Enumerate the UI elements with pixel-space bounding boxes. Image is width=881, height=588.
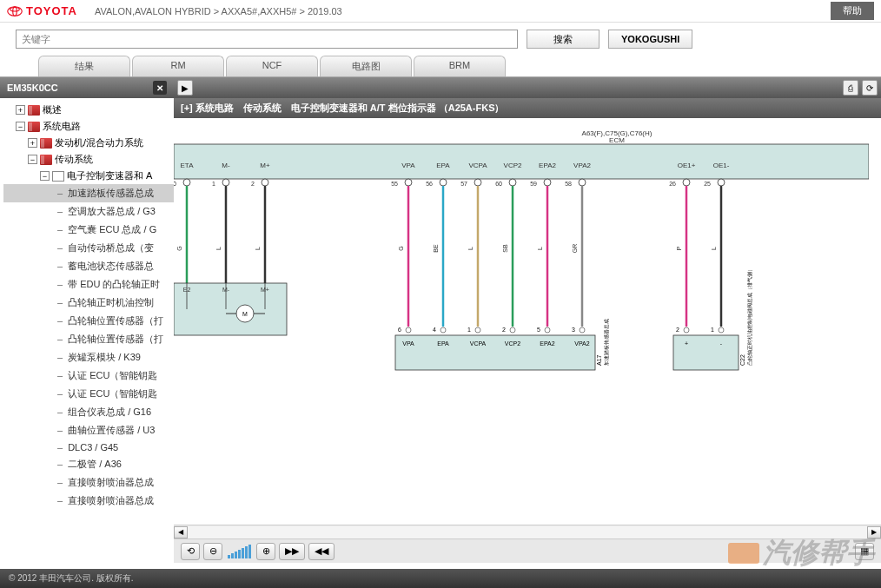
svg-text:BE: BE — [433, 244, 439, 253]
zoom-reset-button[interactable]: ⟲ — [181, 543, 200, 560]
search-button[interactable]: 搜索 — [527, 30, 599, 49]
svg-text:60: 60 — [495, 181, 502, 187]
search-input[interactable] — [16, 30, 518, 49]
svg-text:2: 2 — [251, 181, 255, 187]
book-icon — [28, 122, 40, 132]
zoom-level-indicator[interactable] — [228, 545, 251, 558]
svg-rect-61 — [174, 283, 287, 335]
tree-ect[interactable]: −电子控制变速器和 A — [3, 168, 174, 184]
svg-text:VCPA: VCPA — [470, 340, 487, 347]
svg-point-43 — [544, 179, 551, 186]
svg-text:VCP2: VCP2 — [504, 162, 522, 169]
svg-point-18 — [262, 179, 268, 186]
book-icon — [40, 155, 52, 165]
svg-text:EPA: EPA — [436, 162, 450, 169]
help-button[interactable]: 帮助 — [831, 2, 874, 20]
content-toolbar: ▶ ⎙ ⟳ — [174, 77, 881, 98]
brand-logo: TOYOTA — [7, 3, 77, 19]
svg-text:55: 55 — [391, 181, 398, 187]
svg-text:ECM: ECM — [609, 136, 625, 144]
tree-leaf[interactable]: 认证 ECU（智能钥匙 — [3, 385, 174, 403]
tab-rm[interactable]: RM — [132, 56, 224, 76]
tree-leaf[interactable]: 二极管 / A36 — [3, 455, 174, 473]
refresh-button[interactable]: ⟳ — [862, 80, 878, 96]
svg-text:L: L — [537, 247, 543, 250]
tree-leaf[interactable]: DLC3 / G45 — [3, 439, 174, 455]
tree-system-circuit[interactable]: −系统电路 — [3, 118, 174, 135]
tree-leaf[interactable]: 凸轮轴位置传感器（打 — [3, 330, 174, 348]
svg-text:26: 26 — [669, 181, 676, 187]
tree-leaf[interactable]: 带 EDU 的凸轮轴正时 — [3, 275, 174, 294]
svg-text:C22: C22 — [739, 354, 745, 366]
svg-point-48 — [579, 179, 586, 186]
svg-rect-72 — [395, 335, 595, 370]
svg-text:58: 58 — [565, 181, 572, 187]
svg-text:2: 2 — [676, 327, 679, 333]
tree-leaf[interactable]: 炭罐泵模块 / K39 — [3, 348, 174, 367]
yokogushi-button[interactable]: YOKOGUSHI — [608, 30, 692, 49]
svg-point-2 — [10, 7, 20, 11]
footer-copyright: © 2012 丰田汽车公司. 版权所有. — [0, 569, 881, 588]
svg-point-53 — [683, 179, 690, 186]
tree-leaf[interactable]: 凸轮轴位置传感器（打 — [3, 312, 174, 330]
play-button[interactable]: ▶ — [177, 80, 193, 96]
diagram-title: [+] 系统电路 传动系统 电子控制变速器和 A/T 档位指示器 （A25A-F… — [174, 98, 881, 118]
tree-leaf[interactable]: 凸轮轴正时机油控制 — [3, 294, 174, 312]
breadcrumb: AVALON,AVALON HYBRID > AXXA5#,AXXH5# > 2… — [95, 6, 342, 17]
svg-text:M: M — [242, 311, 248, 317]
svg-text:M+: M+ — [260, 162, 270, 169]
svg-point-94 — [684, 327, 689, 333]
svg-text:A17: A17 — [596, 354, 602, 366]
tree-leaf[interactable]: 组合仪表总成 / G16 — [3, 403, 174, 421]
tree-leaf[interactable]: 自动传动桥总成（变 — [3, 239, 174, 257]
watermark: 汽修帮手 — [728, 534, 874, 572]
tree-leaf[interactable]: 加速踏板传感器总成 — [3, 184, 174, 202]
tab-wiring[interactable]: 电路图 — [320, 56, 412, 76]
tree-leaf[interactable]: 曲轴位置传感器 / U3 — [3, 421, 174, 439]
logo-text: TOYOTA — [26, 4, 77, 17]
svg-text:+: + — [685, 340, 688, 347]
svg-text:EPA2: EPA2 — [539, 162, 556, 169]
next-page-button[interactable]: ▶▶ — [279, 543, 305, 560]
svg-text:VCP2: VCP2 — [505, 340, 520, 347]
tab-results[interactable]: 结果 — [38, 56, 130, 76]
tree-leaf[interactable]: 直接喷射喷油器总成 — [3, 492, 174, 510]
wiring-diagram[interactable]: A63(F),C75(G),C76(H)ECMETA110GM-1LM+2LVP… — [174, 118, 881, 525]
svg-text:G: G — [398, 246, 404, 250]
sidebar: EM35K0CC ✕ +概述 −系统电路 +发动机/混合动力系统 −传动系统 −… — [0, 77, 174, 563]
tab-brm[interactable]: BRM — [414, 56, 506, 76]
scroll-left-button[interactable]: ◀ — [174, 526, 188, 538]
svg-point-58 — [718, 179, 725, 186]
zoom-out-button[interactable]: ⊖ — [203, 543, 222, 560]
svg-text:GR: GR — [572, 244, 578, 254]
tree-overview[interactable]: +概述 — [3, 102, 174, 118]
svg-point-85 — [545, 327, 550, 333]
svg-text:57: 57 — [460, 181, 467, 187]
tree-drivetrain[interactable]: −传动系统 — [3, 151, 174, 168]
prev-page-button[interactable]: ◀◀ — [308, 543, 335, 560]
tree-leaf[interactable]: 空调放大器总成 / G3 — [3, 202, 174, 221]
svg-point-79 — [475, 327, 480, 333]
svg-text:1: 1 — [467, 327, 471, 333]
svg-point-38 — [509, 179, 516, 186]
tree-engine-hybrid[interactable]: +发动机/混合动力系统 — [3, 135, 174, 151]
print-button[interactable]: ⎙ — [843, 80, 858, 96]
tree-leaf[interactable]: 蓄电池状态传感器总 — [3, 257, 174, 275]
tree-leaf[interactable]: 直接喷射喷油器总成 — [3, 473, 174, 492]
svg-text:SB: SB — [502, 244, 508, 253]
tree-leaf[interactable]: 认证 ECU（智能钥匙 — [3, 367, 174, 385]
toyota-icon — [7, 3, 23, 19]
svg-text:G: G — [176, 246, 182, 250]
svg-text:56: 56 — [426, 181, 433, 187]
zoom-in-button[interactable]: ⊕ — [256, 543, 275, 560]
tab-ncf[interactable]: NCF — [226, 56, 318, 76]
svg-point-97 — [719, 327, 724, 333]
svg-text:6: 6 — [398, 327, 401, 333]
svg-text:2: 2 — [502, 327, 506, 333]
tree-leaf[interactable]: 空气囊 ECU 总成 / G — [3, 221, 174, 239]
close-sidebar-button[interactable]: ✕ — [153, 81, 167, 95]
svg-text:110: 110 — [174, 181, 176, 187]
book-icon — [28, 105, 40, 116]
svg-text:VCPA: VCPA — [468, 162, 487, 169]
svg-point-8 — [183, 179, 190, 186]
